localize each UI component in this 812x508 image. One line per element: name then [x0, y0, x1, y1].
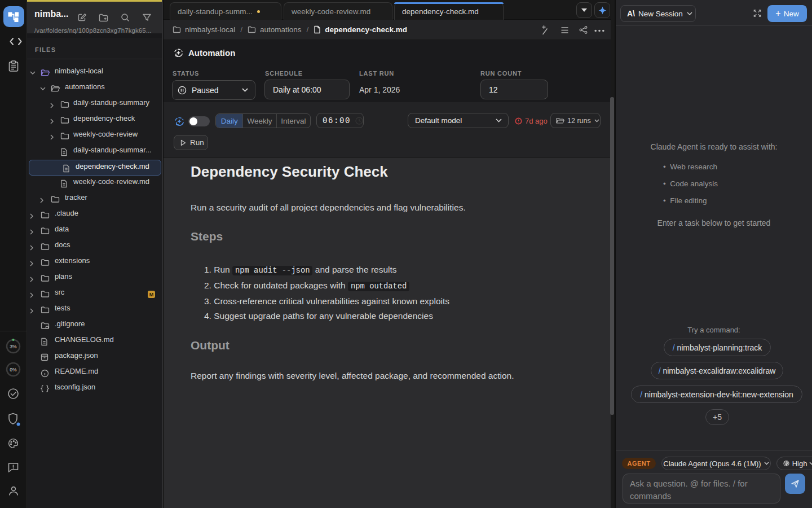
svg-text:3%: 3% [10, 344, 17, 349]
svg-text:0%: 0% [10, 367, 17, 373]
